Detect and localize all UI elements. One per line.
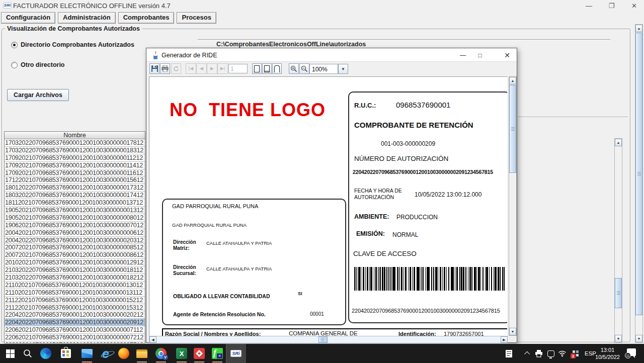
fit-page-button[interactable] xyxy=(262,63,272,74)
table-row[interactable]: 2004202107096853769000120010030000000061… xyxy=(5,229,145,237)
clock-time: 13:01 xyxy=(594,346,621,353)
table-row[interactable]: 1811202107096853769000120010030000001371… xyxy=(5,199,145,207)
zoom-out-button[interactable] xyxy=(299,63,309,74)
device-tray-button[interactable] xyxy=(546,349,555,357)
table-row[interactable]: 2004202207096853769000120010030000002031… xyxy=(5,237,145,244)
table-row[interactable]: 2206202107096853769000120010030000000721… xyxy=(5,334,145,341)
facturador-taskbar-button[interactable]: f ✕ xyxy=(211,347,223,359)
scrollbar-thumb[interactable] xyxy=(318,336,328,343)
table-row[interactable]: 1703202207096853769000120010030000001781… xyxy=(5,139,145,147)
menu-comprobantes[interactable]: Comprobantes xyxy=(118,12,175,24)
search-button[interactable] xyxy=(22,347,34,359)
chrome-v-badge: V xyxy=(163,354,168,360)
minimize-button[interactable]: — xyxy=(578,0,600,11)
table-row[interactable]: 2206202107096853769000120010030000000711… xyxy=(5,326,145,334)
table-row[interactable]: 2103202207096853769000120010030000001811… xyxy=(5,266,145,274)
page-number-input[interactable]: 1 xyxy=(228,64,248,73)
table-row[interactable]: 2204202207096853769000120010030000002091… xyxy=(5,319,145,326)
scrollbar-thumb[interactable] xyxy=(635,33,642,315)
dialog-vertical-scrollbar[interactable]: ▲ ▼ xyxy=(509,76,517,336)
table-row[interactable]: 2007202107096853769000120010030000000851… xyxy=(5,244,145,251)
edge-taskbar-button[interactable] xyxy=(40,347,52,359)
table-row[interactable]: 1709202107096853769000120010030000001141… xyxy=(5,162,145,169)
radio-directorio-autorizados[interactable] xyxy=(11,42,18,48)
firefox-taskbar-button[interactable] xyxy=(118,347,130,359)
anydesk-taskbar-button[interactable] xyxy=(193,347,205,359)
menu-administracion[interactable]: Administración xyxy=(58,12,116,24)
chrome-taskbar-button[interactable]: V xyxy=(155,347,167,359)
refresh-button[interactable] xyxy=(171,63,181,74)
internet-explorer-button[interactable]: e xyxy=(100,347,112,359)
dialog-close-button[interactable]: ✕ xyxy=(499,48,515,62)
menu-procesos[interactable]: Procesos xyxy=(177,12,216,24)
main-vertical-scrollbar[interactable]: ▲ ▼ xyxy=(635,24,643,343)
zoom-in-button[interactable] xyxy=(289,63,299,74)
zoom-level-select[interactable]: 100% xyxy=(309,64,338,74)
zoom-combo-arrow[interactable]: ▼ xyxy=(338,64,348,74)
radio-otro-directorio[interactable] xyxy=(11,62,18,68)
table-row[interactable]: 2103202207096853769000120010030000001821… xyxy=(5,274,145,282)
scroll-down-icon[interactable]: ▼ xyxy=(509,328,516,335)
scrollbar-thumb[interactable] xyxy=(615,278,622,308)
tray-expand-button[interactable] xyxy=(523,349,532,357)
save-button[interactable] xyxy=(149,63,159,74)
running-indicator xyxy=(194,361,204,362)
ride-toolbar: |◀ ◀ ▶ ▶| 1 xyxy=(146,62,517,76)
table-row[interactable]: 1803202207096853769000120010030000001741… xyxy=(5,192,145,199)
table-row[interactable]: 1703202207096853769000120010030000001831… xyxy=(5,147,145,154)
scroll-up-icon[interactable]: ▲ xyxy=(615,139,622,146)
menu-configuracion[interactable]: Configuración xyxy=(1,12,55,24)
facturador-icon: f ✕ xyxy=(212,348,223,359)
dialog-minimize-button[interactable]: — xyxy=(455,48,471,62)
prev-page-button[interactable]: ◀ xyxy=(196,63,207,74)
clock[interactable]: 13:01 10/5/2022 xyxy=(594,346,621,360)
close-button[interactable]: ✕ xyxy=(623,0,644,11)
content-vertical-scrollbar[interactable]: ▲ ▼ xyxy=(614,138,622,343)
print-icon xyxy=(162,65,169,72)
dialog-maximize-button[interactable]: □ xyxy=(472,48,488,62)
fit-width-button[interactable] xyxy=(272,63,282,74)
table-row[interactable]: 1906202107096853769000120010030000000701… xyxy=(5,222,145,229)
scrollbar-thumb[interactable] xyxy=(509,85,516,173)
cargar-archivos-button[interactable]: Cargar Archivos xyxy=(7,89,69,101)
next-page-button[interactable]: ▶ xyxy=(207,63,217,74)
table-row[interactable]: 2010202107096853769000120010030000001291… xyxy=(5,259,145,266)
wifi-tray-button[interactable] xyxy=(557,349,567,357)
notification-center-button[interactable]: 11 xyxy=(627,348,636,356)
scroll-up-icon[interactable]: ▲ xyxy=(635,25,642,32)
scroll-down-icon[interactable]: ▼ xyxy=(635,335,642,342)
table-row[interactable]: 1709202107096853769000120010030000001161… xyxy=(5,169,145,177)
table-row[interactable]: 2110202107096853769000120010030000001301… xyxy=(5,282,145,289)
printer-tray-button[interactable] xyxy=(534,349,543,357)
table-row[interactable]: 1905202107096853769000120010030000000131… xyxy=(5,207,145,214)
table-row[interactable]: 2204202207096853769000120010030000002021… xyxy=(5,311,145,319)
scroll-left-icon[interactable]: ◀ xyxy=(149,336,156,343)
table-row[interactable]: 1801202207096853769000120010030000001731… xyxy=(5,184,145,192)
table-row[interactable]: 1905202107096853769000120010030000000801… xyxy=(5,214,145,222)
table-row[interactable]: 2206202107096853769000120010030000000751… xyxy=(5,341,145,343)
restore-button[interactable]: ❐ xyxy=(600,0,623,11)
last-page-button[interactable]: ▶| xyxy=(217,63,228,74)
print-button[interactable] xyxy=(160,63,170,74)
single-page-button[interactable] xyxy=(252,63,262,74)
start-button[interactable] xyxy=(4,347,16,359)
scroll-down-icon[interactable]: ▼ xyxy=(615,335,622,342)
store-taskbar-button[interactable] xyxy=(60,347,72,359)
mail-taskbar-button[interactable] xyxy=(81,347,93,359)
file-table-header[interactable]: Nombre xyxy=(5,132,145,139)
file-explorer-button[interactable] xyxy=(136,347,148,359)
scroll-up-icon[interactable]: ▲ xyxy=(509,77,516,84)
table-row[interactable]: 1712202107096853769000120010030000001561… xyxy=(5,176,145,184)
grid-app-tray-button[interactable]: 3 xyxy=(570,349,581,357)
document-tray-icon[interactable] xyxy=(504,349,513,357)
scroll-right-icon[interactable]: ▶ xyxy=(501,336,508,343)
first-page-button[interactable]: |◀ xyxy=(186,63,196,74)
excel-taskbar-button[interactable]: X xyxy=(176,347,188,359)
table-row[interactable]: 1709202107096853769000120010030000001121… xyxy=(5,154,145,162)
dialog-horizontal-scrollbar[interactable]: ◀ ▶ xyxy=(149,336,508,343)
table-row[interactable]: 2112202107096853769000120010030000001531… xyxy=(5,304,145,312)
table-row[interactable]: 2007202107096853769000120010030000000861… xyxy=(5,251,145,259)
table-row[interactable]: 2112202107096853769000120010030000001521… xyxy=(5,297,145,304)
sri-taskbar-button[interactable]: SRi xyxy=(226,344,246,363)
table-row[interactable]: 2110202107096853769000120010030000001311… xyxy=(5,289,145,297)
